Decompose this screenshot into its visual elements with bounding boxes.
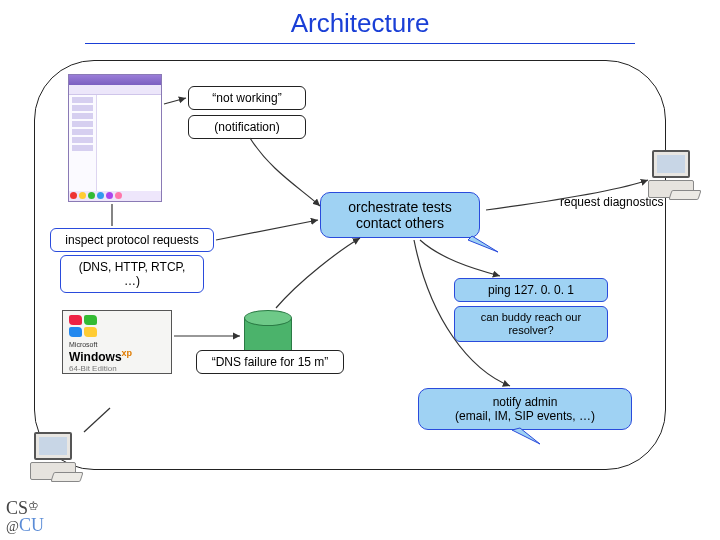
label-inspect-protocol-detail: (DNS, HTTP, RTCP, …) [60, 255, 204, 293]
speech-orchestrate: orchestrate tests contact others [320, 192, 480, 238]
browser-screenshot [68, 74, 162, 202]
footer-cu: CU [19, 515, 44, 535]
speech-orchestrate-line2: contact others [331, 215, 469, 231]
label-not-working: “not working” [188, 86, 306, 110]
crown-icon: ♔ [28, 499, 39, 513]
windows-brand: Windowsxp [69, 348, 165, 364]
label-dns-failure: “DNS failure for 15 m” [196, 350, 344, 374]
windows-flag-icon [69, 315, 99, 339]
diagram-canvas: “not working” (notification) inspect pro… [0, 0, 720, 540]
computer-icon-right [648, 150, 704, 202]
label-notification: (notification) [188, 115, 306, 139]
speech-orchestrate-line1: orchestrate tests [331, 199, 469, 215]
label-buddy: can buddy reach our resolver? [454, 306, 608, 342]
windows-edition: 64-Bit Edition [69, 364, 165, 373]
computer-icon-bottom [30, 432, 86, 484]
windows-brand-prefix: Microsoft [69, 341, 165, 348]
footer-at: @ [6, 519, 19, 534]
label-inspect-protocol: inspect protocol requests [50, 228, 214, 252]
windows-logo: Microsoft Windowsxp 64-Bit Edition [62, 310, 172, 374]
footer-logo: CS♔ @CU [6, 500, 44, 534]
speech-notify-admin: notify admin (email, IM, SIP events, …) [418, 388, 632, 430]
label-ping: ping 127. 0. 0. 1 [454, 278, 608, 302]
